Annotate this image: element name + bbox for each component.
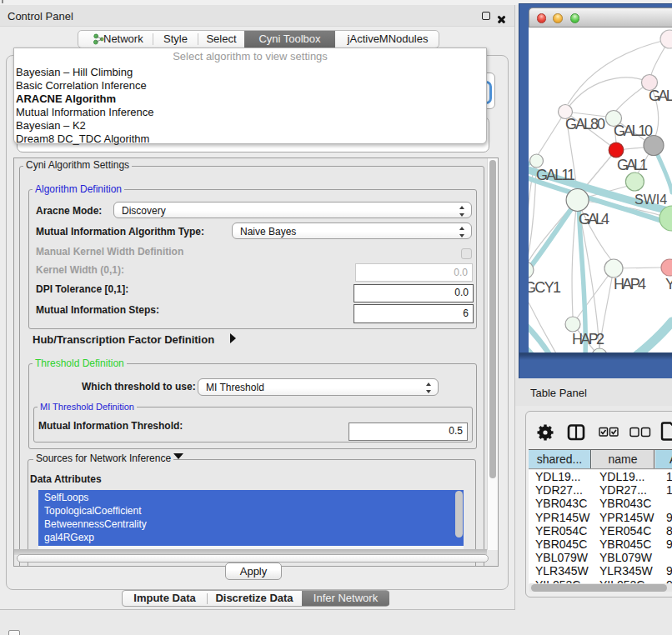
svg-text:GAL80: GAL80	[565, 116, 605, 132]
svg-text:HAP4: HAP4	[614, 276, 646, 292]
svg-text:Y: Y	[665, 276, 672, 292]
svg-text:GAL10: GAL10	[614, 122, 653, 139]
svg-text:GAL11: GAL11	[536, 167, 575, 183]
svg-text:GAL7: GAL7	[649, 88, 672, 104]
svg-text:GAL1: GAL1	[617, 157, 648, 173]
svg-text:GCY1: GCY1	[529, 279, 561, 296]
svg-text:SWI4: SWI4	[634, 192, 667, 207]
svg-text:HAP2: HAP2	[572, 331, 604, 348]
svg-text:GAL4: GAL4	[579, 211, 609, 228]
